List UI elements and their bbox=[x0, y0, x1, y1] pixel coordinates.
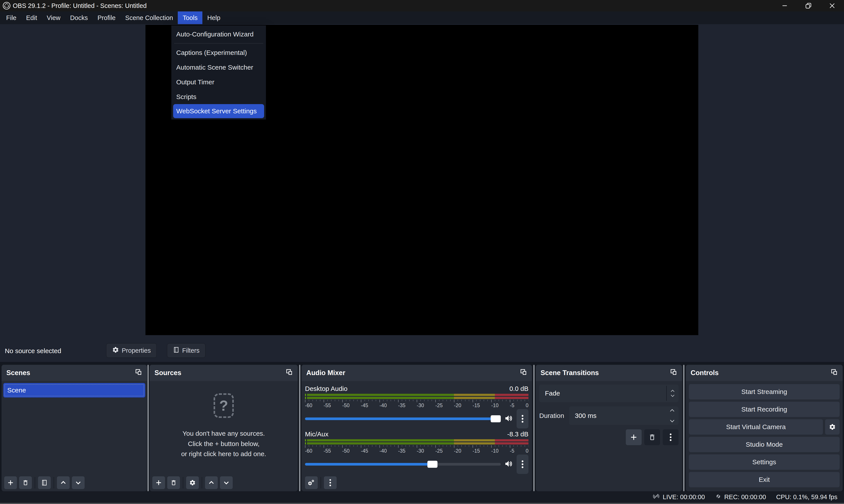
speaker-icon[interactable] bbox=[504, 414, 513, 424]
dock-splitter[interactable] bbox=[683, 365, 684, 491]
record-off-icon bbox=[715, 493, 722, 501]
tools-menu-item-auto-configuration-wizard[interactable]: Auto-Configuration Wizard bbox=[171, 27, 266, 41]
scene-filters-button[interactable] bbox=[38, 476, 51, 489]
cpu-fps-status: CPU: 0.1%, 59.94 fps bbox=[776, 493, 838, 501]
popout-icon[interactable] bbox=[520, 368, 527, 378]
transition-select[interactable]: Fade bbox=[539, 384, 679, 402]
transition-menu-button[interactable] bbox=[663, 429, 679, 445]
scene-transitions-panel-header: Scene Transitions bbox=[536, 365, 682, 381]
menu-file[interactable]: File bbox=[1, 12, 21, 24]
volume-slider-handle[interactable] bbox=[427, 461, 438, 468]
add-transition-button[interactable] bbox=[626, 429, 641, 445]
mixer-toolbar bbox=[305, 476, 337, 489]
question-mark-icon: ? bbox=[214, 393, 234, 418]
start-recording-button[interactable]: Start Recording bbox=[689, 402, 840, 417]
toolbar-separator bbox=[202, 477, 202, 488]
window-bottom-edge[interactable] bbox=[0, 503, 844, 504]
tools-menu-item-automatic-scene-switcher[interactable]: Automatic Scene Switcher bbox=[171, 60, 266, 75]
toolbar-separator bbox=[321, 477, 321, 488]
remove-scene-button[interactable] bbox=[19, 476, 32, 489]
scenes-toolbar bbox=[4, 476, 85, 489]
toolbar-separator bbox=[183, 477, 183, 488]
sources-list[interactable]: ? You don't have any sources. Click the … bbox=[150, 381, 298, 491]
channel-level-db: 0.0 dB bbox=[509, 385, 528, 393]
tools-menu-item-websocket-server-settings[interactable]: WebSocket Server Settings bbox=[173, 104, 264, 118]
menubar: File Edit View Docks Profile Scene Colle… bbox=[0, 12, 844, 24]
menu-scene-collection[interactable]: Scene Collection bbox=[120, 12, 178, 24]
toolbar-separator bbox=[35, 477, 35, 488]
duration-label: Duration bbox=[539, 412, 565, 419]
tools-menu: Auto-Configuration Wizard Captions (Expe… bbox=[171, 25, 266, 120]
menu-separator bbox=[174, 43, 263, 43]
tools-menu-item-output-timer[interactable]: Output Timer bbox=[171, 75, 266, 89]
properties-button-label: Properties bbox=[122, 347, 151, 354]
move-scene-down-button[interactable] bbox=[72, 476, 85, 489]
move-source-down-button[interactable] bbox=[220, 476, 233, 489]
scenes-list: Scene bbox=[2, 381, 147, 491]
menu-tools[interactable]: Tools bbox=[178, 12, 203, 24]
dock-splitter[interactable] bbox=[533, 365, 534, 491]
channel-menu-button[interactable] bbox=[516, 409, 528, 429]
channel-name: Mic/Aux bbox=[305, 430, 329, 438]
empty-sources-line2: Click the + button below, bbox=[181, 439, 266, 449]
sources-panel-header: Sources bbox=[150, 365, 298, 381]
exit-button[interactable]: Exit bbox=[689, 472, 840, 487]
menu-view[interactable]: View bbox=[42, 12, 65, 24]
volume-slider-handle[interactable] bbox=[491, 415, 501, 422]
titlebar: OBS 29.1.2 - Profile: Untitled - Scenes:… bbox=[0, 0, 844, 12]
scenes-panel-title: Scenes bbox=[6, 369, 30, 377]
studio-mode-button[interactable]: Studio Mode bbox=[689, 437, 840, 452]
live-status-text: LIVE: 00:00:00 bbox=[663, 493, 705, 501]
menu-docks[interactable]: Docks bbox=[65, 12, 93, 24]
add-source-button[interactable] bbox=[152, 476, 165, 489]
tools-menu-item-scripts[interactable]: Scripts bbox=[171, 89, 266, 104]
mixer-menu-button[interactable] bbox=[324, 476, 337, 489]
statusbar: LIVE: 00:00:00 REC: 00:00:00 CPU: 0.1%, … bbox=[0, 491, 844, 503]
dock-splitter[interactable] bbox=[147, 365, 149, 491]
broadcast-off-icon bbox=[652, 493, 660, 501]
menu-edit[interactable]: Edit bbox=[21, 12, 42, 24]
menu-profile[interactable]: Profile bbox=[93, 12, 120, 24]
minimize-button[interactable] bbox=[773, 0, 796, 12]
remove-transition-button[interactable] bbox=[644, 429, 660, 445]
remove-source-button[interactable] bbox=[167, 476, 180, 489]
transition-selected-value: Fade bbox=[539, 390, 560, 397]
close-button[interactable] bbox=[820, 0, 844, 12]
volume-meter bbox=[305, 397, 528, 399]
filters-button[interactable]: Filters bbox=[167, 343, 206, 358]
channel-menu-button[interactable] bbox=[516, 455, 528, 474]
move-source-up-button[interactable] bbox=[205, 476, 218, 489]
popout-icon[interactable] bbox=[285, 368, 293, 378]
spin-arrows bbox=[669, 409, 675, 423]
volume-meter bbox=[305, 442, 528, 445]
filter-icon bbox=[173, 346, 179, 355]
move-scene-up-button[interactable] bbox=[57, 476, 70, 489]
properties-button[interactable]: Properties bbox=[106, 343, 157, 358]
popout-icon[interactable] bbox=[830, 368, 838, 378]
dock-splitter[interactable] bbox=[299, 365, 300, 491]
virtual-camera-settings-button[interactable] bbox=[825, 419, 840, 435]
volume-slider[interactable] bbox=[305, 463, 501, 466]
start-streaming-button[interactable]: Start Streaming bbox=[689, 384, 840, 399]
tools-menu-item-captions[interactable]: Captions (Experimental) bbox=[171, 45, 266, 60]
advanced-audio-properties-button[interactable] bbox=[305, 476, 318, 489]
window-controls bbox=[773, 0, 844, 12]
settings-button[interactable]: Settings bbox=[689, 454, 840, 470]
add-scene-button[interactable] bbox=[4, 476, 17, 489]
popout-icon[interactable] bbox=[135, 368, 142, 378]
no-source-status: No source selected bbox=[5, 347, 61, 355]
audio-mixer-body: Desktop Audio 0.0 dB -60-55-50-45-40-35-… bbox=[301, 381, 532, 491]
rec-status-text: REC: 00:00:00 bbox=[724, 493, 766, 501]
transitions-toolbar bbox=[539, 429, 679, 445]
speaker-icon[interactable] bbox=[504, 460, 513, 469]
source-properties-button[interactable] bbox=[186, 476, 199, 489]
popout-icon[interactable] bbox=[670, 368, 677, 378]
gear-icon bbox=[112, 346, 119, 355]
volume-slider[interactable] bbox=[305, 417, 501, 420]
menu-help[interactable]: Help bbox=[203, 12, 225, 24]
restore-button[interactable] bbox=[796, 0, 820, 12]
duration-spinbox[interactable]: 300 ms bbox=[569, 407, 679, 425]
start-virtual-camera-button[interactable]: Start Virtual Camera bbox=[689, 419, 823, 435]
scene-list-item-selected[interactable]: Scene bbox=[3, 383, 145, 397]
rec-status: REC: 00:00:00 bbox=[715, 493, 766, 501]
